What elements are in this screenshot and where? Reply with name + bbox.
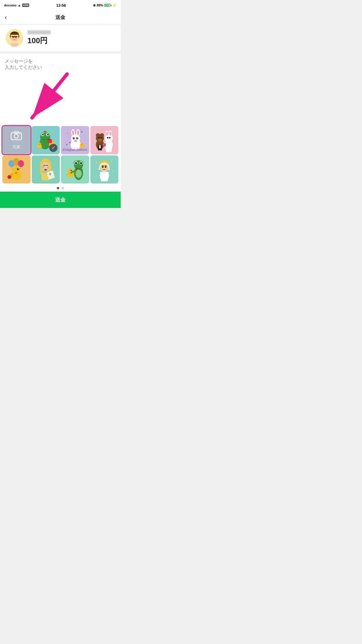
- svg-point-93: [47, 166, 48, 169]
- svg-point-59: [98, 137, 100, 138]
- svg-text:✦: ✦: [112, 169, 114, 172]
- profile-name: [27, 30, 51, 34]
- sticker-grid: 写真: [2, 126, 118, 183]
- svg-point-36: [66, 144, 68, 145]
- sticker-frog-chicks[interactable]: ✓: [32, 126, 60, 154]
- svg-rect-32: [48, 139, 51, 140]
- svg-point-84: [18, 169, 19, 169]
- svg-point-34: [81, 131, 82, 133]
- battery-icon: [104, 4, 111, 7]
- profile-section: 100円: [0, 24, 121, 51]
- wifi-icon: ▲: [18, 4, 21, 7]
- svg-rect-119: [102, 172, 107, 174]
- svg-rect-87: [8, 176, 11, 178]
- profile-info: 100円: [27, 30, 51, 46]
- svg-point-117: [102, 166, 103, 168]
- location-icon: ⊕: [93, 4, 96, 7]
- svg-point-42: [72, 130, 74, 135]
- sticker-bride[interactable]: ✦ ✦ ✦: [90, 155, 119, 184]
- status-right: ⊕ 89% ⚡: [93, 4, 117, 7]
- svg-point-22: [42, 134, 43, 135]
- svg-point-15: [19, 133, 20, 134]
- svg-point-57: [100, 133, 104, 137]
- sticker-congrats[interactable]: Congratulations: [61, 126, 89, 154]
- carrier-text: docomo: [4, 4, 17, 7]
- svg-point-4: [13, 37, 14, 38]
- svg-rect-90: [40, 164, 43, 175]
- svg-point-50: [75, 139, 76, 140]
- svg-point-33: [67, 132, 69, 134]
- sticker-bear-wedding[interactable]: [90, 126, 119, 154]
- sticker-photo[interactable]: 写真: [2, 126, 31, 154]
- send-button[interactable]: 送金: [0, 192, 121, 208]
- nav-bar: ‹ 送金: [0, 10, 121, 24]
- svg-point-70: [109, 137, 110, 138]
- battery-percent: 89%: [97, 4, 103, 7]
- svg-point-44: [77, 130, 79, 135]
- svg-point-73: [104, 143, 106, 145]
- check-badge: ✓: [49, 144, 57, 152]
- svg-point-68: [110, 132, 111, 136]
- svg-point-109: [80, 162, 82, 164]
- pagination: [0, 183, 121, 192]
- message-input[interactable]: [5, 58, 116, 117]
- svg-point-76: [18, 160, 24, 167]
- status-bar: docomo ▲ VPN 13:56 ⊕ 89% ⚡: [0, 0, 121, 10]
- status-time: 13:56: [56, 3, 66, 8]
- sticker-grid-container: 写真: [0, 124, 121, 183]
- charging-icon: ⚡: [113, 4, 117, 7]
- svg-rect-8: [11, 43, 18, 47]
- sticker-art-6: [63, 158, 87, 181]
- svg-point-69: [107, 137, 108, 138]
- page-title: 送金: [55, 14, 65, 21]
- sticker-art-5: $: [34, 158, 58, 181]
- profile-amount: 100円: [27, 36, 51, 46]
- svg-point-110: [75, 170, 82, 178]
- sticker-frog-chick2[interactable]: [61, 155, 89, 184]
- message-area[interactable]: [0, 54, 121, 124]
- svg-point-108: [75, 162, 77, 164]
- svg-point-67: [106, 132, 108, 136]
- sticker-duck-balloons[interactable]: [2, 155, 31, 184]
- svg-point-6: [11, 38, 13, 39]
- sticker-art-7: ✦ ✦ ✦: [92, 158, 116, 181]
- camera-icon: [10, 130, 22, 143]
- svg-point-47: [74, 138, 75, 139]
- svg-text:✦: ✦: [110, 160, 113, 163]
- svg-rect-31: [47, 139, 52, 143]
- sticker-art-3: [92, 128, 116, 152]
- svg-text:✦: ✦: [95, 160, 98, 164]
- photo-label: 写真: [13, 144, 20, 150]
- sticker-art-4: [4, 158, 28, 181]
- svg-point-3: [10, 32, 19, 37]
- back-button[interactable]: ‹: [5, 14, 7, 21]
- pagination-dot-1[interactable]: [57, 187, 59, 189]
- svg-point-13: [14, 134, 18, 138]
- status-left: docomo ▲ VPN: [4, 4, 29, 7]
- svg-point-92: [43, 166, 44, 169]
- congrats-label: Congratulations: [63, 148, 87, 151]
- sticker-crying-woman[interactable]: $: [32, 155, 60, 184]
- svg-rect-62: [99, 145, 101, 148]
- svg-point-56: [96, 133, 100, 137]
- svg-rect-38: [69, 142, 71, 144]
- svg-point-23: [47, 134, 48, 135]
- svg-point-7: [16, 38, 18, 39]
- vpn-badge: VPN: [22, 4, 29, 7]
- svg-point-118: [105, 166, 106, 168]
- svg-point-48: [77, 138, 78, 139]
- svg-rect-9: [10, 35, 19, 36]
- avatar: [6, 29, 23, 47]
- svg-point-60: [100, 137, 101, 138]
- svg-point-5: [15, 37, 17, 38]
- svg-point-101: [71, 170, 72, 171]
- pagination-dot-2[interactable]: [61, 187, 64, 189]
